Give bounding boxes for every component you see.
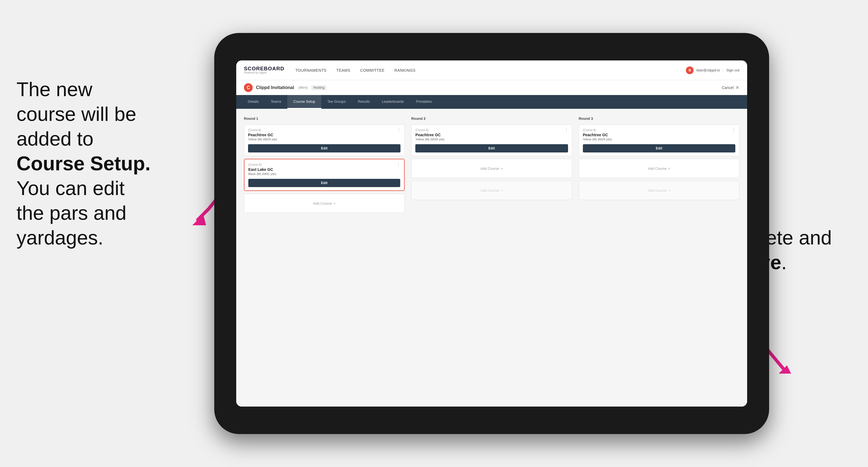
round-1-column: Round 1 ⋮ (Course A) Peachtree GC Yellow… xyxy=(244,117,405,216)
cancel-button[interactable]: Cancel ✕ xyxy=(722,85,739,91)
hosting-badge: Hosting xyxy=(311,85,327,90)
brand-subtitle: Powered by clippd xyxy=(244,71,284,74)
tournament-gender: (Men) xyxy=(299,86,308,90)
r3-course-a-name: Peachtree GC xyxy=(583,133,735,137)
course-a-name: Peachtree GC xyxy=(248,133,401,137)
round3-course-a-edit-button[interactable]: Edit xyxy=(583,144,735,152)
nav-rankings[interactable]: RANKINGS xyxy=(395,68,415,72)
nav-right: B blair@clippd.io | Sign out xyxy=(686,66,739,74)
nav-links: TOURNAMENTS TEAMS COMMITTEE RANKINGS xyxy=(295,68,686,72)
round3-add-course-disabled: Add Course + xyxy=(579,181,739,200)
round-3-column: Round 3 ⋮ (Course A) Peachtree GC Yellow… xyxy=(579,117,739,216)
add-plus-icon: + xyxy=(334,201,336,206)
round2-add-course-button[interactable]: Add Course + xyxy=(411,159,572,178)
r2-course-a-name: Peachtree GC xyxy=(415,133,568,137)
close-icon: ✕ xyxy=(735,85,739,91)
tab-teams[interactable]: Teams xyxy=(265,95,287,109)
course-a-detail: Yellow (M) (6629 yds) xyxy=(248,137,401,141)
tournament-info: C Clippd Invitational (Men) Hosting xyxy=(244,83,327,92)
round3-add-course-button[interactable]: Add Course + xyxy=(579,159,739,178)
tab-tee-groups[interactable]: Tee Groups xyxy=(321,95,352,109)
r2-course-a-label: (Course A) xyxy=(415,129,568,132)
card-menu-icon-b[interactable]: ⋮ xyxy=(396,162,401,167)
card-menu-icon-r2[interactable]: ⋮ xyxy=(564,127,568,133)
round-2-column: Round 2 ⋮ (Course A) Peachtree GC Yellow… xyxy=(411,117,572,216)
top-navigation: SCOREBOARD Powered by clippd TOURNAMENTS… xyxy=(236,60,747,80)
add-plus-icon-r3-disabled: + xyxy=(668,188,671,193)
round1-course-b-card: ⋮ (Course B) East Lake GC Black (M) (689… xyxy=(244,159,405,191)
svg-marker-0 xyxy=(192,214,206,225)
annotation-left: The new course will be added to Course S… xyxy=(17,77,203,250)
round1-add-course-button[interactable]: Add Course + xyxy=(244,194,405,213)
course-a-label: (Course A) xyxy=(248,129,401,132)
round-3-title: Round 3 xyxy=(579,117,739,121)
round1-course-b-edit-button[interactable]: Edit xyxy=(248,179,400,187)
round2-course-a-edit-button[interactable]: Edit xyxy=(415,144,568,152)
nav-teams[interactable]: TEAMS xyxy=(337,68,350,72)
round-2-title: Round 2 xyxy=(411,117,572,121)
tab-leaderboards[interactable]: Leaderboards xyxy=(376,95,410,109)
tab-results[interactable]: Results xyxy=(352,95,376,109)
add-plus-icon-r3: + xyxy=(668,166,671,170)
add-plus-icon-r2-disabled: + xyxy=(501,188,503,193)
rounds-grid: Round 1 ⋮ (Course A) Peachtree GC Yellow… xyxy=(244,117,739,216)
tournament-logo: C xyxy=(244,83,253,92)
brand-title: SCOREBOARD xyxy=(244,66,284,71)
r2-course-a-detail: Yellow (M) (6629 yds) xyxy=(415,137,568,141)
tab-bar: Details Teams Course Setup Tee Groups Re… xyxy=(236,95,747,109)
tablet-device: SCOREBOARD Powered by clippd TOURNAMENTS… xyxy=(214,33,769,434)
nav-tournaments[interactable]: TOURNAMENTS xyxy=(295,68,326,72)
round2-course-a-card: ⋮ (Course A) Peachtree GC Yellow (M) (66… xyxy=(411,124,572,156)
tournament-bar: C Clippd Invitational (Men) Hosting Canc… xyxy=(236,80,747,95)
tournament-name: Clippd Invitational xyxy=(256,85,294,90)
user-email: blair@clippd.io xyxy=(696,68,720,72)
tab-printables[interactable]: Printables xyxy=(410,95,438,109)
brand-logo: SCOREBOARD Powered by clippd xyxy=(244,66,284,74)
card-menu-icon-r3[interactable]: ⋮ xyxy=(732,127,736,133)
tab-course-setup[interactable]: Course Setup xyxy=(287,95,321,109)
course-b-name: East Lake GC xyxy=(248,167,400,172)
round-1-title: Round 1 xyxy=(244,117,405,121)
add-plus-icon-r2: + xyxy=(501,166,503,170)
round1-course-a-card: ⋮ (Course A) Peachtree GC Yellow (M) (66… xyxy=(244,124,405,156)
round2-add-course-disabled: Add Course + xyxy=(411,181,572,200)
card-menu-icon[interactable]: ⋮ xyxy=(397,127,401,133)
course-b-detail: Black (M) (6891 yds) xyxy=(248,172,400,176)
course-b-label: (Course B) xyxy=(248,163,400,166)
r3-course-a-detail: Yellow (M) (6629 yds) xyxy=(583,137,735,141)
round3-course-a-card: ⋮ (Course A) Peachtree GC Yellow (M) (66… xyxy=(579,124,739,156)
avatar: B xyxy=(686,66,693,74)
nav-committee[interactable]: COMMITTEE xyxy=(360,68,384,72)
round1-course-a-edit-button[interactable]: Edit xyxy=(248,144,401,152)
main-content: Round 1 ⋮ (Course A) Peachtree GC Yellow… xyxy=(236,109,747,407)
sign-out-link[interactable]: Sign out xyxy=(726,68,739,72)
tablet-screen: SCOREBOARD Powered by clippd TOURNAMENTS… xyxy=(236,60,747,407)
r3-course-a-label: (Course A) xyxy=(583,129,735,132)
tab-details[interactable]: Details xyxy=(242,95,265,109)
